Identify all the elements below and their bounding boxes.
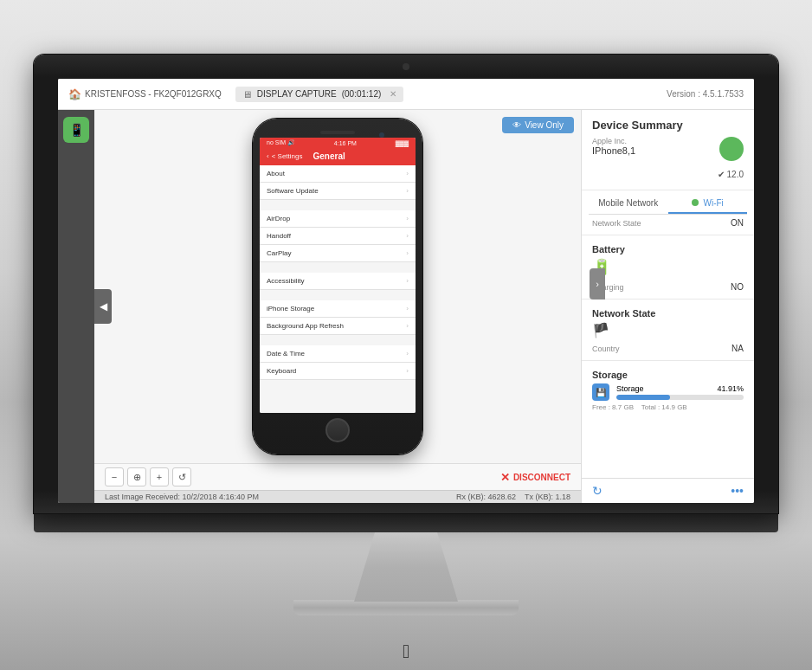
nav-arrow-right[interactable]: › — [590, 268, 605, 300]
divider — [582, 190, 754, 190]
storage-total: Total : 14.9 GB — [641, 403, 687, 411]
sidebar-phone-button[interactable]: 📱 — [63, 117, 89, 143]
tab-wifi[interactable]: Wi-Fi — [668, 194, 748, 214]
phone-container: no SIM 🔊 4:16 PM ▓▓▓ ‹ < Settings — [94, 110, 581, 463]
app-main: 📱 👁 View Only ◀ — [58, 110, 754, 503]
iphone-screen[interactable]: no SIM 🔊 4:16 PM ▓▓▓ ‹ < Settings — [260, 138, 416, 413]
back-label: < Settings — [272, 152, 303, 160]
zoom-fit-button[interactable]: ⊕ — [127, 467, 146, 486]
home-nav[interactable]: 🏠 KRISTENFOSS - FK2QF012GRXQ — [68, 88, 222, 100]
imac-stand-top — [354, 532, 458, 602]
list-item[interactable]: iPhone Storage › — [260, 300, 416, 318]
iphone-home-button[interactable] — [325, 418, 350, 442]
list-item[interactable]: Keyboard › — [260, 363, 416, 380]
flag-icon: 🏴 — [582, 320, 754, 340]
nav-title: General — [313, 151, 345, 161]
country-value: NA — [731, 344, 744, 353]
iphone-status-bar: no SIM 🔊 4:16 PM ▓▓▓ — [260, 138, 416, 148]
nav-arrow-left[interactable]: ◀ — [94, 289, 112, 324]
refresh-button[interactable]: ↺ — [172, 467, 191, 486]
disconnect-icon: ✕ — [500, 471, 510, 484]
list-item[interactable]: Background App Refresh › — [260, 318, 416, 335]
iphone-content: About › Software Update › — [260, 165, 416, 413]
network-state-row: Network State ON — [582, 215, 754, 231]
version-label: Version : 4.5.1.7533 — [667, 89, 744, 99]
ios-separator — [260, 335, 416, 345]
chevron-icon: › — [406, 367, 409, 375]
list-item[interactable]: Software Update › — [260, 183, 416, 200]
chevron-icon: › — [406, 170, 409, 177]
iphone-camera — [379, 132, 384, 138]
disconnect-button[interactable]: ✕ DISCONNECT — [500, 471, 570, 484]
tab-time: (00:01:12) — [342, 89, 382, 99]
network-state-label: Network State — [592, 219, 641, 228]
chevron-icon: › — [406, 277, 409, 285]
imac-chin — [34, 513, 778, 532]
network-state-value: ON — [731, 218, 744, 228]
ios-section-4: iPhone Storage › Background App Refresh … — [260, 300, 416, 335]
divider — [582, 360, 754, 361]
panel-bottom: ↻ ••• — [582, 478, 754, 503]
storage-free: Free : 8.7 GB — [592, 403, 634, 411]
imac-stand-base:  — [293, 600, 519, 615]
status-left: Last Image Received: 10/2/2018 4:16:40 P… — [105, 493, 259, 501]
apple-badge — [719, 137, 744, 161]
network-tabs: Mobile Network Wi-Fi — [589, 194, 747, 215]
storage-bar-label: Storage 41.91% — [616, 384, 744, 393]
iphone-bezel: no SIM 🔊 4:16 PM ▓▓▓ ‹ < Settings — [253, 119, 422, 454]
eye-icon: 👁 — [512, 120, 521, 130]
list-item[interactable]: CarPlay › — [260, 245, 416, 262]
chevron-icon: › — [406, 322, 409, 330]
phone-icon: 📱 — [69, 123, 84, 137]
display-capture-tab[interactable]: 🖥 DISPLAY CAPTURE (00:01:12) ✕ — [235, 87, 403, 102]
view-only-label: View Only — [525, 120, 564, 130]
app-toolbar: − ⊕ + ↺ ✕ DISCONNECT — [94, 463, 581, 490]
list-item[interactable]: Date & Time › — [260, 345, 416, 363]
chevron-icon: › — [406, 249, 409, 257]
storage-icon: 💾 — [592, 383, 609, 401]
chevron-icon: › — [406, 187, 409, 195]
right-panel: Device Summary Apple Inc. IPhone8,1 ✔ 12… — [581, 110, 754, 503]
storage-fill — [616, 395, 670, 400]
storage-percent: 41.91% — [717, 384, 744, 393]
device-brand: Apple Inc. — [592, 137, 635, 145]
tx-label: Tx (KB): 1.18 — [525, 493, 570, 501]
close-tab-icon[interactable]: ✕ — [390, 89, 396, 99]
ios-separator — [260, 200, 416, 210]
status-rx-tx: Rx (KB): 4628.62 Tx (KB): 1.18 — [456, 493, 570, 501]
chevron-icon: › — [406, 232, 409, 240]
list-item[interactable]: AirDrop › — [260, 210, 416, 228]
list-item[interactable]: Handoff › — [260, 228, 416, 245]
ios-version: ✔ 12.0 — [582, 168, 754, 186]
back-button[interactable]: ‹ < Settings — [267, 152, 302, 160]
app-window: 🏠 KRISTENFOSS - FK2QF012GRXQ 🖥 DISPLAY C… — [58, 79, 754, 503]
apple-logo:  — [403, 641, 409, 663]
iphone-speaker — [320, 131, 355, 134]
storage-bar-wrap: Storage 41.91% — [616, 384, 744, 400]
home-label: KRISTENFOSS - FK2QF012GRXQ — [85, 89, 222, 99]
tab-mobile-network[interactable]: Mobile Network — [589, 194, 668, 214]
country-label: Country — [592, 345, 620, 353]
ios-section-3: Accessibility › — [260, 273, 416, 290]
home-icon: 🏠 — [68, 88, 81, 100]
panel-refresh-button[interactable]: ↻ — [592, 484, 603, 498]
chevron-icon: › — [406, 350, 409, 358]
list-item[interactable]: Accessibility › — [260, 273, 416, 290]
country-row: Country NA — [582, 340, 754, 357]
view-only-button[interactable]: 👁 View Only — [502, 117, 574, 133]
more-options-button[interactable]: ••• — [731, 484, 744, 498]
zoom-out-button[interactable]: − — [105, 467, 124, 486]
iphone-nav-bar: ‹ < Settings General — [260, 148, 416, 165]
list-item[interactable]: About › — [260, 165, 416, 183]
chevron-icon: › — [406, 215, 409, 222]
storage-section-title: Storage — [582, 364, 754, 382]
chevron-icon: › — [406, 305, 409, 312]
battery-icon: 🔋 — [582, 256, 754, 279]
app-status-bar: Last Image Received: 10/2/2018 4:16:40 P… — [94, 490, 581, 503]
device-model: IPhone8,1 — [592, 145, 635, 156]
storage-bar — [616, 395, 744, 400]
ios-section-2: AirDrop › Handoff › — [260, 210, 416, 262]
storage-bar-container: 💾 Storage 41.91% — [592, 383, 744, 401]
zoom-in-button[interactable]: + — [150, 467, 169, 486]
rx-label: Rx (KB): 4628.62 — [456, 493, 516, 501]
